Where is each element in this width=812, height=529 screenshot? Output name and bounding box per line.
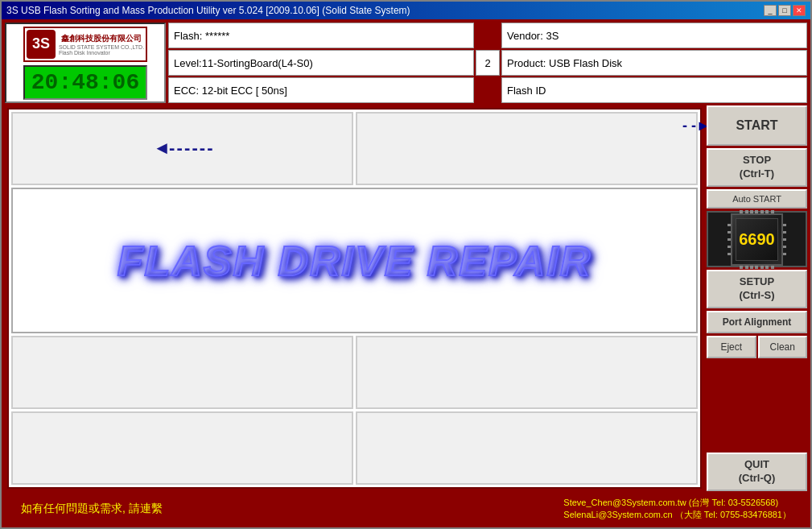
logo-en1: SOLID STATE SYSTEM CO.,LTD.	[59, 44, 144, 50]
maximize-button[interactable]: □	[778, 5, 791, 16]
chip-display: 6690	[707, 211, 807, 267]
grid-cell-r4c1	[11, 411, 353, 485]
start-label: START	[736, 118, 777, 133]
stop-text: STOP (Ctrl-T)	[740, 154, 774, 181]
stop-button[interactable]: STOP (Ctrl-T)	[707, 148, 807, 187]
chip-leg	[728, 238, 731, 241]
chip-leg	[728, 224, 731, 226]
flash-label: Flash: ******	[168, 23, 474, 48]
minimize-button[interactable]: _	[764, 5, 777, 16]
logo-cn: 鑫創科技股份有限公司	[59, 33, 144, 44]
logo-en2: Flash Disk Innovator	[59, 50, 144, 56]
chip-leg	[765, 266, 769, 269]
footer-email1: Steve_Chen@3System.com.tw (台灣 Tel: 03-55…	[563, 497, 791, 509]
chip-leg	[783, 238, 786, 241]
chip-legs-right	[783, 221, 786, 258]
port-alignment-label: Port Alignment	[723, 316, 792, 328]
chip-legs-top	[739, 210, 775, 213]
grid-cell-r3c2	[356, 336, 698, 409]
chip-leg	[740, 266, 743, 269]
chip-leg	[755, 266, 758, 269]
grid-cell-r4c2	[356, 411, 698, 485]
window-title: 3S USB Flash Sorting and Mass Production…	[6, 5, 410, 16]
main-content: 3S 鑫創科技股份有限公司 SOLID STATE SYSTEM CO.,LTD…	[2, 19, 810, 527]
chip-leg	[771, 266, 774, 269]
eject-button[interactable]: Eject	[707, 336, 756, 358]
main-window: 3S USB Flash Sorting and Mass Production…	[0, 0, 812, 529]
close-button[interactable]: ✕	[793, 5, 806, 16]
chip-leg	[760, 266, 764, 269]
chip-leg	[750, 210, 753, 213]
chip-leg	[745, 210, 748, 213]
logo-box: 3S 鑫創科技股份有限公司 SOLID STATE SYSTEM CO.,LTD…	[23, 27, 147, 62]
level-number: 2	[476, 50, 500, 76]
chip-leg	[755, 210, 758, 213]
chip-leg	[783, 224, 786, 226]
flash-drive-text: Flash Drive Repair	[117, 237, 592, 285]
chip-legs-bottom	[739, 266, 775, 269]
body-section: ◄- - - - - - Flash Drive Repair	[5, 105, 807, 491]
footer-contact: Steve_Chen@3System.com.tw (台灣 Tel: 03-55…	[563, 497, 791, 521]
port-alignment-button[interactable]: Port Alignment	[707, 311, 807, 333]
logo-icon-text: 3S	[32, 35, 50, 52]
clock-display: 20:48:06	[23, 65, 147, 100]
eject-label: Eject	[720, 341, 742, 353]
info-grid: Flash: ****** Vendor: 3S Level:11-Sortin…	[168, 23, 807, 103]
chip-leg	[765, 210, 769, 213]
level-label: Level:11-SortingBoard(L4-S0)	[168, 50, 474, 76]
eject-clean-row: Eject Clean	[707, 336, 807, 358]
chip-number: 6690	[739, 230, 775, 249]
chip-leg	[745, 266, 748, 269]
main-grid: ◄- - - - - - Flash Drive Repair	[7, 108, 702, 489]
chip-leg	[728, 231, 731, 234]
chip-image: 6690	[731, 213, 783, 266]
left-arrow-icon: ◄- - - - - -	[153, 138, 211, 159]
chip-leg	[740, 210, 743, 213]
autostart-button[interactable]: Auto START	[707, 189, 807, 209]
logo-icon: 3S	[27, 30, 56, 59]
footer-email2: SelenaLi@3System.com.cn （大陸 Tel: 0755-83…	[563, 509, 791, 521]
start-area: - -► START	[707, 105, 807, 146]
clean-label: Clean	[770, 341, 795, 353]
grid-container: ◄- - - - - - Flash Drive Repair	[5, 105, 704, 491]
logo-text-block: 鑫創科技股份有限公司 SOLID STATE SYSTEM CO.,LTD. F…	[59, 33, 144, 56]
clean-button[interactable]: Clean	[758, 336, 808, 358]
ecc-label: ECC: 12-bit ECC [ 50ns]	[168, 77, 474, 103]
chip-leg	[728, 253, 731, 255]
start-button[interactable]: START	[707, 105, 807, 146]
chip-leg	[750, 266, 753, 269]
chip-leg	[783, 246, 786, 248]
vendor-label: Vendor: 3S	[501, 23, 807, 48]
grid-cell-arrow-left: ◄- - - - - -	[11, 112, 353, 185]
footer-chinese-text: 如有任何問題或需求, 請連繫	[21, 502, 163, 516]
chip-leg	[760, 210, 764, 213]
header-section: 3S 鑫創科技股份有限公司 SOLID STATE SYSTEM CO.,LTD…	[5, 23, 807, 103]
title-bar: 3S USB Flash Sorting and Mass Production…	[2, 2, 810, 19]
flash-id-label: Flash ID	[501, 77, 807, 103]
setup-text: SETUP (Ctrl-S)	[739, 275, 774, 303]
clock-time: 20:48:06	[31, 70, 139, 95]
quit-button[interactable]: QUIT (Ctrl-Q)	[707, 453, 807, 491]
sidebar: - -► START STOP (Ctrl-T) Auto START	[707, 105, 807, 491]
logo-area: 3S 鑫創科技股份有限公司 SOLID STATE SYSTEM CO.,LTD…	[5, 23, 166, 103]
chip-leg	[783, 253, 786, 255]
quit-text: QUIT (Ctrl-Q)	[739, 458, 776, 486]
chip-legs-left	[728, 221, 731, 258]
product-label: Product: USB Flash Disk	[501, 50, 807, 76]
chip-leg	[771, 210, 774, 213]
grid-cell-top-right	[356, 112, 698, 185]
setup-button[interactable]: SETUP (Ctrl-S)	[707, 270, 807, 308]
grid-cell-flash-drive: Flash Drive Repair	[11, 188, 698, 334]
autostart-label: Auto START	[732, 194, 781, 204]
grid-cell-r3c1	[11, 336, 353, 409]
chip-leg	[728, 246, 731, 248]
title-bar-buttons: _ □ ✕	[764, 5, 806, 16]
chip-leg	[783, 231, 786, 234]
footer: 如有任何問題或需求, 請連繫 Steve_Chen@3System.com.tw…	[5, 494, 807, 524]
